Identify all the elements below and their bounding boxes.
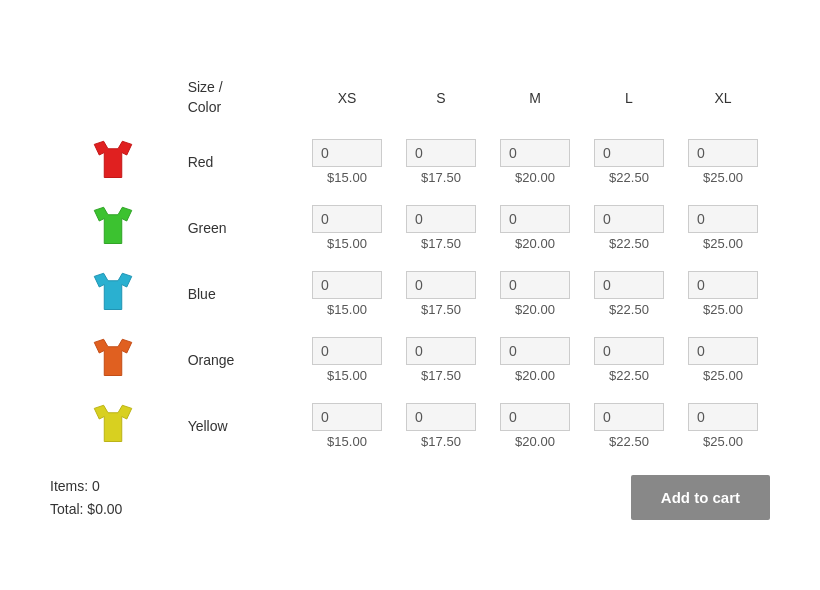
qty-price-cell: $25.00	[676, 125, 770, 191]
size-color-label: Size /Color	[176, 70, 300, 125]
price-label: $17.50	[421, 236, 461, 251]
qty-price-cell: $15.00	[300, 257, 394, 323]
qty-wrapper: $17.50	[406, 337, 476, 383]
qty-price-cell: $15.00	[300, 191, 394, 257]
header-l: L	[582, 70, 676, 125]
qty-wrapper: $25.00	[688, 337, 758, 383]
qty-wrapper: $22.50	[594, 205, 664, 251]
quantity-input[interactable]	[406, 271, 476, 299]
price-label: $15.00	[327, 368, 367, 383]
quantity-input[interactable]	[500, 205, 570, 233]
items-label: Items: 0	[50, 475, 122, 497]
qty-wrapper: $22.50	[594, 139, 664, 185]
price-label: $25.00	[703, 434, 743, 449]
price-label: $15.00	[327, 434, 367, 449]
price-label: $20.00	[515, 170, 555, 185]
table-row: Green$15.00$17.50$20.00$22.50$25.00	[50, 191, 770, 257]
qty-price-cell: $22.50	[582, 257, 676, 323]
quantity-input[interactable]	[500, 337, 570, 365]
qty-price-cell: $20.00	[488, 191, 582, 257]
price-label: $15.00	[327, 170, 367, 185]
qty-wrapper: $25.00	[688, 271, 758, 317]
product-table: Size /Color XS S M L XL Red$15.00$17.50$…	[50, 70, 770, 455]
qty-price-cell: $17.50	[394, 389, 488, 455]
quantity-input[interactable]	[594, 403, 664, 431]
price-label: $25.00	[703, 170, 743, 185]
quantity-input[interactable]	[500, 403, 570, 431]
quantity-input[interactable]	[594, 271, 664, 299]
price-label: $25.00	[703, 236, 743, 251]
product-image	[50, 323, 176, 389]
qty-wrapper: $17.50	[406, 205, 476, 251]
header-s: S	[394, 70, 488, 125]
quantity-input[interactable]	[312, 205, 382, 233]
price-label: $20.00	[515, 302, 555, 317]
qty-wrapper: $17.50	[406, 271, 476, 317]
qty-price-cell: $22.50	[582, 323, 676, 389]
svg-marker-4	[94, 405, 132, 441]
quantity-input[interactable]	[594, 139, 664, 167]
qty-price-cell: $17.50	[394, 125, 488, 191]
quantity-input[interactable]	[688, 403, 758, 431]
price-label: $20.00	[515, 368, 555, 383]
product-image	[50, 389, 176, 455]
price-label: $25.00	[703, 368, 743, 383]
qty-wrapper: $25.00	[688, 403, 758, 449]
price-label: $17.50	[421, 302, 461, 317]
qty-wrapper: $15.00	[312, 271, 382, 317]
quantity-input[interactable]	[688, 139, 758, 167]
qty-wrapper: $20.00	[500, 403, 570, 449]
quantity-input[interactable]	[500, 271, 570, 299]
price-label: $15.00	[327, 236, 367, 251]
qty-price-cell: $22.50	[582, 191, 676, 257]
qty-price-cell: $20.00	[488, 125, 582, 191]
product-name: Orange	[176, 323, 300, 389]
quantity-input[interactable]	[312, 337, 382, 365]
footer-summary: Items: 0 Total: $0.00	[50, 475, 122, 520]
quantity-input[interactable]	[312, 403, 382, 431]
qty-wrapper: $22.50	[594, 337, 664, 383]
quantity-input[interactable]	[406, 139, 476, 167]
quantity-input[interactable]	[500, 139, 570, 167]
qty-wrapper: $20.00	[500, 337, 570, 383]
quantity-input[interactable]	[406, 337, 476, 365]
quantity-input[interactable]	[594, 337, 664, 365]
add-to-cart-button[interactable]: Add to cart	[631, 475, 770, 520]
product-image	[50, 257, 176, 323]
quantity-input[interactable]	[688, 337, 758, 365]
quantity-input[interactable]	[688, 205, 758, 233]
qty-price-cell: $25.00	[676, 323, 770, 389]
price-label: $25.00	[703, 302, 743, 317]
total-label: Total: $0.00	[50, 498, 122, 520]
product-image	[50, 191, 176, 257]
price-label: $20.00	[515, 434, 555, 449]
quantity-input[interactable]	[594, 205, 664, 233]
price-label: $22.50	[609, 434, 649, 449]
main-container: Size /Color XS S M L XL Red$15.00$17.50$…	[30, 50, 790, 540]
product-name: Yellow	[176, 389, 300, 455]
table-row: Red$15.00$17.50$20.00$22.50$25.00	[50, 125, 770, 191]
quantity-input[interactable]	[406, 403, 476, 431]
qty-price-cell: $25.00	[676, 389, 770, 455]
quantity-input[interactable]	[312, 271, 382, 299]
qty-wrapper: $15.00	[312, 205, 382, 251]
price-label: $17.50	[421, 368, 461, 383]
header-m: M	[488, 70, 582, 125]
qty-price-cell: $20.00	[488, 389, 582, 455]
qty-wrapper: $15.00	[312, 403, 382, 449]
price-label: $22.50	[609, 170, 649, 185]
quantity-input[interactable]	[406, 205, 476, 233]
svg-marker-0	[94, 141, 132, 177]
product-name: Blue	[176, 257, 300, 323]
header-xl: XL	[676, 70, 770, 125]
quantity-input[interactable]	[688, 271, 758, 299]
qty-wrapper: $22.50	[594, 271, 664, 317]
quantity-input[interactable]	[312, 139, 382, 167]
product-name: Green	[176, 191, 300, 257]
price-label: $22.50	[609, 302, 649, 317]
qty-price-cell: $15.00	[300, 389, 394, 455]
price-label: $17.50	[421, 170, 461, 185]
price-label: $22.50	[609, 236, 649, 251]
price-label: $17.50	[421, 434, 461, 449]
qty-wrapper: $20.00	[500, 139, 570, 185]
